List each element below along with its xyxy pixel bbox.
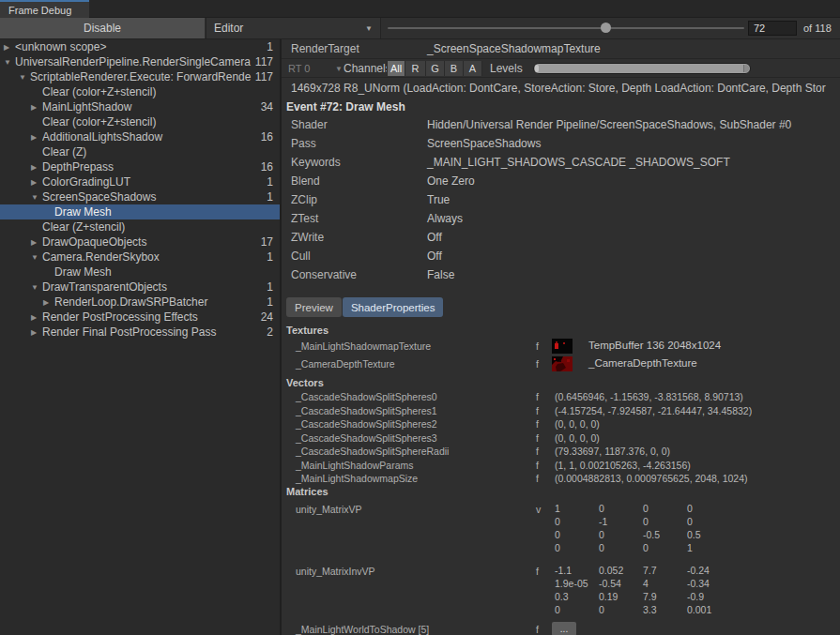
vector-name: _CascadeShadowSplitSpheres0 xyxy=(296,391,437,402)
matrix-cell: 0 xyxy=(643,516,687,527)
tree-item-label: <unknown scope> xyxy=(15,40,263,53)
render-target-label: RenderTarget xyxy=(291,42,359,55)
tree-item[interactable]: ▼Camera.RenderSkybox1 xyxy=(0,249,280,265)
matrix-cell: 3.3 xyxy=(643,604,687,615)
expand-arrow-icon[interactable]: ▼ xyxy=(31,253,42,262)
property-row: ShaderHidden/Universal Render Pipeline/S… xyxy=(282,115,840,134)
matrix-cell: 0.3 xyxy=(555,591,599,602)
tree-item[interactable]: ▶ColorGradingLUT1 xyxy=(0,174,280,189)
tree-item[interactable]: ▶Render Final PostProcessing Pass2 xyxy=(0,325,280,340)
tree-item[interactable]: ▶MainLightShadow34 xyxy=(0,99,280,114)
matrix-cell: -0.54 xyxy=(599,578,643,589)
property-label: Blend xyxy=(291,174,320,188)
property-row: ZTestAlways xyxy=(282,209,840,228)
property-value: Off xyxy=(427,231,442,244)
vector-name: _MainLightShadowParams xyxy=(296,460,414,471)
texture-row: _MainLightShadowmapTexture f TempBuffer … xyxy=(282,338,840,355)
property-value: One Zero xyxy=(427,174,475,188)
expand-matrix-array-button[interactable]: ... xyxy=(552,622,576,635)
tree-item[interactable]: ▼DrawTransparentObjects1 xyxy=(0,280,280,295)
vector-type: f xyxy=(536,473,539,484)
frame-slider-handle[interactable] xyxy=(601,23,611,33)
levels-slider-min-handle[interactable] xyxy=(535,65,539,72)
expand-arrow-icon[interactable]: ▶ xyxy=(31,313,42,322)
tree-item-label: ScriptableRenderer.Execute: ForwardRende xyxy=(30,70,252,83)
section-header-matrices: Matrices xyxy=(282,486,840,499)
expand-arrow-icon[interactable]: ▼ xyxy=(4,58,15,67)
expand-arrow-icon[interactable]: ▼ xyxy=(19,73,30,82)
vector-row: _CascadeShadowSplitSpheres3f(0, 0, 0, 0) xyxy=(282,431,840,446)
tree-item-selected[interactable]: Draw Mesh xyxy=(0,204,280,219)
expand-arrow-icon[interactable]: ▼ xyxy=(31,283,42,292)
channel-button-g[interactable]: G xyxy=(426,61,445,76)
tree-item[interactable]: ▶RenderLoop.DrawSRPBatcher1 xyxy=(0,295,280,310)
expand-arrow-icon[interactable]: ▶ xyxy=(31,103,42,112)
matrix-cell: 0 xyxy=(643,542,687,553)
tree-item-count: 16 xyxy=(261,160,273,174)
matrix-cell: 0 xyxy=(555,542,599,553)
tree-item[interactable]: Clear (Z) xyxy=(0,144,280,159)
property-value: True xyxy=(427,193,450,206)
channel-button-all[interactable]: All xyxy=(388,61,405,76)
texture-thumbnail[interactable] xyxy=(552,339,573,354)
vector-type: f xyxy=(536,446,539,457)
expand-arrow-icon[interactable]: ▶ xyxy=(31,238,42,247)
target-dropdown[interactable]: Editor ▼ xyxy=(206,18,381,38)
matrix-type: v xyxy=(536,504,541,515)
expand-arrow-icon[interactable]: ▶ xyxy=(43,298,54,307)
vector-name: _CascadeShadowSplitSpheres3 xyxy=(296,432,437,444)
matrix-cell: 4 xyxy=(643,578,687,589)
target-dropdown-label: Editor xyxy=(214,22,243,35)
channel-button-r[interactable]: R xyxy=(405,61,426,76)
tree-item[interactable]: Draw Mesh xyxy=(0,265,280,280)
tab-frame-debug[interactable]: Frame Debug xyxy=(0,0,89,18)
tree-item[interactable]: Clear (color+Z+stencil) xyxy=(0,114,280,129)
expand-arrow-icon[interactable]: ▶ xyxy=(4,43,15,52)
channel-button-a[interactable]: A xyxy=(464,61,482,76)
disable-button[interactable]: Disable xyxy=(0,18,205,38)
tab-frame-debug-label: Frame Debug xyxy=(8,5,71,16)
vector-value: (0, 0, 0, 0) xyxy=(555,432,600,444)
matrix-name: unity_MatrixVP xyxy=(296,504,362,515)
expand-arrow-icon[interactable]: ▶ xyxy=(31,328,42,337)
vector-type: f xyxy=(536,432,539,444)
vector-row: _CascadeShadowSplitSpheres0f(0.6456946, … xyxy=(282,390,840,404)
tree-item[interactable]: Clear (Z+stencil) xyxy=(0,219,280,234)
vector-value: (0.0004882813, 0.0009765625, 2048, 1024) xyxy=(555,473,748,484)
tree-item[interactable]: ▶AdditionalLightsShadow16 xyxy=(0,129,280,144)
levels-slider-max-handle[interactable] xyxy=(743,65,749,72)
tree-item[interactable]: ▶DepthPrepass16 xyxy=(0,159,280,174)
tree-item-label: Draw Mesh xyxy=(54,265,269,279)
tree-item[interactable]: Clear (color+Z+stencil) xyxy=(0,84,280,99)
tab-preview[interactable]: Preview xyxy=(286,297,342,317)
matrix-cell: 0 xyxy=(687,503,731,514)
property-value: ScreenSpaceShadows xyxy=(427,137,541,150)
expand-arrow-icon[interactable]: ▶ xyxy=(31,163,42,172)
tree-item-count: 34 xyxy=(261,100,273,113)
texture-thumbnail[interactable] xyxy=(552,356,573,371)
tree-item[interactable]: ▶<unknown scope>1 xyxy=(0,39,280,54)
vector-name: _CascadeShadowSplitSphereRadii xyxy=(296,446,449,457)
tree-item[interactable]: ▼ScriptableRenderer.Execute: ForwardRend… xyxy=(0,69,280,84)
tree-item[interactable]: ▼UniversalRenderPipeline.RenderSingleCam… xyxy=(0,54,280,69)
tree-item[interactable]: ▼ScreenSpaceShadows1 xyxy=(0,189,280,204)
property-value: Off xyxy=(427,249,442,263)
property-value: _MAIN_LIGHT_SHADOWS_CASCADE _SHADOWS_SOF… xyxy=(427,156,730,169)
property-value: False xyxy=(427,268,454,281)
expand-arrow-icon[interactable]: ▶ xyxy=(31,133,42,142)
frame-slider-track[interactable] xyxy=(388,27,744,29)
property-row: ConservativeFalse xyxy=(282,265,840,284)
channel-button-b[interactable]: B xyxy=(445,61,464,76)
rt-index-dropdown[interactable]: RT 0 ▼ xyxy=(288,61,343,76)
tree-item-count: 1 xyxy=(267,295,273,309)
tab-shader-properties[interactable]: ShaderProperties xyxy=(343,297,444,317)
vector-value: (79.33697, 1187.376, 0, 0) xyxy=(555,446,670,457)
matrix-cell: 0 xyxy=(599,604,643,615)
tree-item[interactable]: ▶Render PostProcessing Effects24 xyxy=(0,310,280,325)
tree-item[interactable]: ▶DrawOpaqueObjects17 xyxy=(0,234,280,249)
levels-slider[interactable] xyxy=(533,63,751,74)
expand-arrow-icon[interactable]: ▼ xyxy=(31,193,42,202)
frame-number-input[interactable]: 72 xyxy=(748,21,797,36)
matrix-cell: -0.34 xyxy=(687,578,731,589)
expand-arrow-icon[interactable]: ▶ xyxy=(31,178,42,187)
